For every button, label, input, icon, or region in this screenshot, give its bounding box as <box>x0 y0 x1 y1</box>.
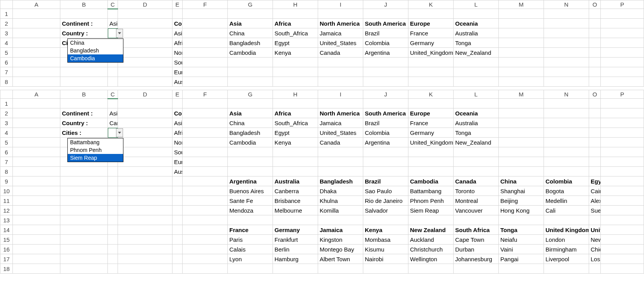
cell[interactable]: Africa <box>273 19 318 28</box>
row-header[interactable]: 10 <box>0 186 13 196</box>
row-header[interactable]: 14 <box>0 225 13 235</box>
cell[interactable]: Oceania <box>454 19 499 28</box>
col-header[interactable]: M <box>499 0 544 9</box>
cell[interactable] <box>544 157 589 167</box>
cell[interactable] <box>13 225 60 235</box>
cell[interactable]: Pangai <box>499 254 544 264</box>
cell[interactable] <box>118 38 172 48</box>
cell[interactable] <box>60 196 108 206</box>
cell[interactable] <box>108 235 118 245</box>
cell[interactable] <box>499 215 544 225</box>
cell[interactable] <box>183 48 228 58</box>
cell[interactable] <box>60 215 108 225</box>
cell[interactable]: North America <box>318 108 363 118</box>
cell[interactable] <box>544 38 589 48</box>
select-all-corner[interactable] <box>0 90 13 99</box>
cell[interactable] <box>454 99 499 108</box>
cell[interactable] <box>544 58 589 67</box>
cell[interactable]: Alexandra <box>589 196 601 206</box>
row-header[interactable]: 8 <box>0 77 13 87</box>
cell[interactable] <box>108 167 118 176</box>
cell[interactable] <box>13 167 60 176</box>
cell[interactable]: South_Africa <box>273 118 318 128</box>
label-country[interactable]: Country : <box>60 118 108 128</box>
col-header[interactable]: O <box>589 90 601 99</box>
cell[interactable]: Colombia <box>363 38 408 48</box>
col-header[interactable]: B <box>60 90 108 99</box>
cell[interactable] <box>499 99 544 108</box>
dropdown-option[interactable]: Phnom Penh <box>68 146 123 154</box>
cell[interactable] <box>13 264 60 274</box>
cell[interactable] <box>13 215 60 225</box>
row-header[interactable]: 5 <box>0 138 13 147</box>
cell[interactable]: Calais <box>228 245 273 254</box>
cell[interactable] <box>601 38 644 48</box>
col-header[interactable]: H <box>273 90 318 99</box>
cell[interactable] <box>273 215 318 225</box>
cell[interactable] <box>228 147 273 157</box>
cell[interactable] <box>118 167 172 176</box>
cell[interactable] <box>13 157 60 167</box>
cell[interactable] <box>408 215 454 225</box>
cell[interactable] <box>544 215 589 225</box>
cell[interactable]: North_America <box>172 138 183 147</box>
cell[interactable]: South_Africa <box>273 28 318 38</box>
cell[interactable] <box>13 58 60 67</box>
cell[interactable]: United_States <box>318 38 363 48</box>
cell[interactable] <box>589 67 601 77</box>
cell[interactable] <box>273 77 318 87</box>
row-header[interactable]: 2 <box>0 108 13 118</box>
cell[interactable] <box>318 215 363 225</box>
cell[interactable]: Suez <box>589 206 601 215</box>
cell[interactable] <box>13 196 60 206</box>
cell[interactable] <box>60 225 108 235</box>
cell[interactable]: Africa <box>172 38 183 48</box>
cell[interactable] <box>318 147 363 157</box>
dropdown-option[interactable]: Bangladesh <box>68 47 123 54</box>
cell[interactable] <box>118 157 172 167</box>
cell[interactable]: Canada <box>318 48 363 58</box>
cell[interactable] <box>408 9 454 19</box>
cell[interactable] <box>183 19 228 28</box>
cell[interactable] <box>183 9 228 19</box>
cell[interactable] <box>408 58 454 67</box>
cell[interactable] <box>13 38 60 48</box>
cell[interactable]: France <box>408 28 454 38</box>
cell[interactable]: Brazil <box>363 176 408 186</box>
cell[interactable]: Paris <box>228 235 273 245</box>
cell[interactable] <box>273 157 318 167</box>
cell[interactable] <box>589 118 601 128</box>
cell[interactable]: Tonga <box>499 225 544 235</box>
cell[interactable] <box>589 215 601 225</box>
cell[interactable] <box>601 186 644 196</box>
col-header[interactable]: D <box>118 90 172 99</box>
cell[interactable] <box>13 48 60 58</box>
cell[interactable] <box>601 99 644 108</box>
col-header[interactable]: L <box>454 90 499 99</box>
cell[interactable] <box>118 58 172 67</box>
cell[interactable]: South_America <box>172 147 183 157</box>
cell[interactable]: New_Zealand <box>454 48 499 58</box>
cell[interactable] <box>172 225 183 235</box>
cell-continent-value[interactable]: Asia <box>108 19 118 28</box>
cell[interactable] <box>589 9 601 19</box>
cell[interactable] <box>601 138 644 147</box>
cell[interactable] <box>118 99 172 108</box>
cell[interactable] <box>228 157 273 167</box>
cell[interactable] <box>183 118 228 128</box>
cell[interactable]: South America <box>363 108 408 118</box>
cell[interactable] <box>172 9 183 19</box>
row-header[interactable]: 3 <box>0 28 13 38</box>
cell[interactable]: London <box>544 235 589 245</box>
cell[interactable] <box>363 77 408 87</box>
cell[interactable]: United_States <box>318 128 363 138</box>
cell[interactable] <box>172 215 183 225</box>
cell[interactable]: United_Kingdom <box>408 48 454 58</box>
cell[interactable]: Cambodia <box>228 48 273 58</box>
cell[interactable]: Melbourne <box>273 206 318 215</box>
cell[interactable] <box>108 186 118 196</box>
cell[interactable] <box>118 264 172 274</box>
cell[interactable] <box>273 67 318 77</box>
cell[interactable] <box>601 196 644 206</box>
cell-continent-value[interactable]: Asia <box>108 108 118 118</box>
